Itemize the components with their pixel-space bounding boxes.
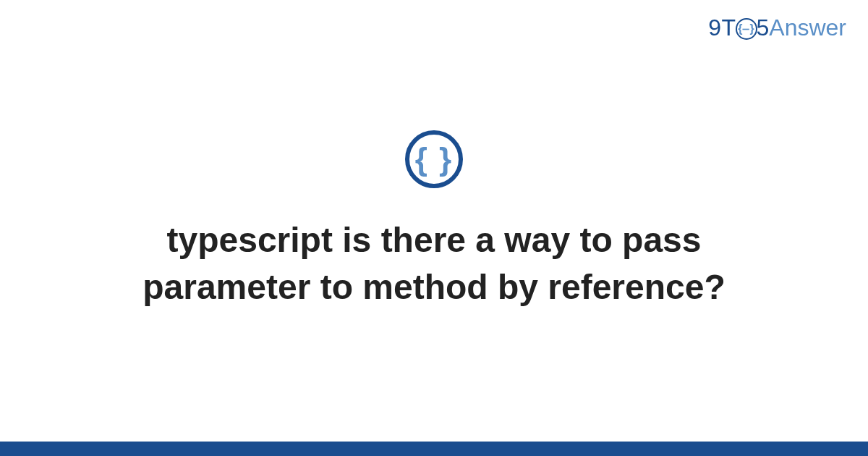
- code-braces-icon: { }: [405, 130, 463, 188]
- footer-bar: [0, 442, 868, 456]
- braces-glyph: { }: [415, 143, 453, 175]
- main-content: { } typescript is there a way to pass pa…: [0, 0, 868, 442]
- question-title: typescript is there a way to pass parame…: [72, 217, 796, 311]
